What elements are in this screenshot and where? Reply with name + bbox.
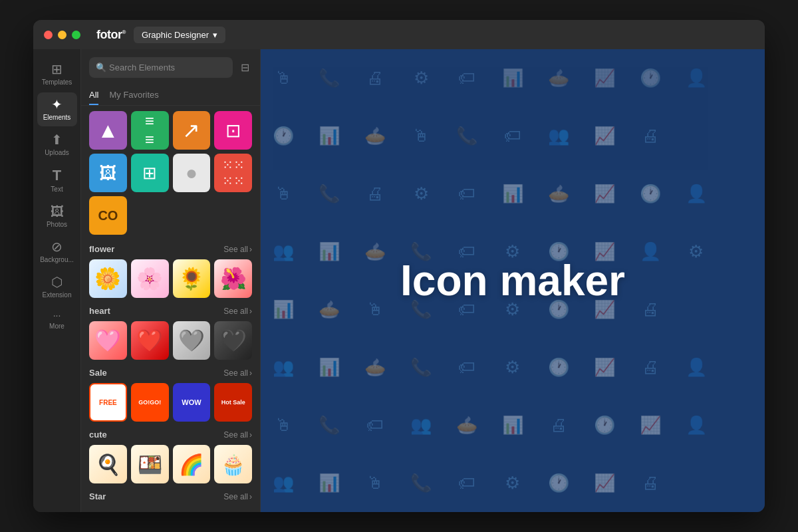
flower-see-all[interactable]: See all › (223, 245, 252, 254)
app-logo: fotor® (96, 28, 126, 42)
tile-lines[interactable]: ≡≡ (131, 111, 169, 150)
text-icon: T (53, 168, 61, 183)
canvas-area[interactable]: 🖱 📞 🖨 ⚙ 🏷 📊 🥧 📈 🕐 👤 🕐 📊 🥧 🖱 📞 🏷 👥 (261, 49, 765, 512)
bg-icon: 🏷 (444, 338, 490, 396)
bg-icon: 👤 (673, 396, 719, 454)
bg-icon: 🥧 (535, 49, 581, 107)
tile-co[interactable]: CO (89, 196, 127, 235)
minimize-button[interactable] (58, 31, 66, 39)
tab-favorites[interactable]: My Favorites (109, 86, 158, 105)
star-see-all[interactable]: See all › (223, 492, 252, 501)
tile-shapes[interactable]: ▲ (89, 111, 127, 150)
bg-icon: 🖱 (261, 165, 307, 223)
tab-all[interactable]: All (89, 86, 98, 105)
filter-button[interactable]: ⊟ (238, 59, 252, 76)
sidebar-item-label: More (49, 323, 65, 330)
bg-icon: 📊 (261, 281, 307, 338)
search-input[interactable] (89, 57, 233, 78)
tile-arrows[interactable]: ↗ (173, 111, 211, 150)
heart-item-3[interactable]: 🩶 (173, 321, 211, 360)
heart-item-1[interactable]: 🩷 (89, 321, 127, 360)
photo-icon: 🖼 (99, 163, 116, 184)
bg-icon: 📈 (627, 396, 673, 454)
bg-icon: ⚙ (398, 49, 444, 107)
flower-item-4[interactable]: 🌺 (214, 259, 252, 298)
sidebar-item-backgrounds[interactable]: ⊘ Backgrou... (37, 235, 77, 269)
chevron-right-icon: › (249, 368, 252, 378)
tile-charts[interactable]: ⊡ (214, 111, 252, 150)
bg-icon (719, 107, 765, 165)
heart-item-4[interactable]: 🖤 (214, 321, 252, 360)
bg-icon (719, 49, 765, 107)
sale-item-1[interactable]: FREE (89, 383, 127, 422)
shapes-icon: ▲ (98, 118, 119, 143)
bg-icon (719, 223, 765, 281)
bg-icon: 🥧 (352, 338, 398, 396)
heart-header: heart See all › (89, 306, 252, 316)
heart-see-all[interactable]: See all › (223, 307, 252, 316)
flower-item-2[interactable]: 🌸 (131, 259, 169, 298)
sidebar-item-uploads[interactable]: ⬆ Uploads (37, 128, 77, 162)
app-window: fotor® Graphic Designer ▾ ⊞ Templates ✦ … (33, 20, 765, 512)
sale-item-4[interactable]: Hot Sale (214, 383, 252, 422)
cute-title: cute (89, 430, 107, 440)
sidebar-item-extension[interactable]: ⬡ Extension (37, 270, 77, 304)
section-heart: heart See all › 🩷 ❤️ (81, 302, 260, 364)
cute-item-4[interactable]: 🧁 (214, 445, 252, 483)
bg-icon: 📊 (307, 454, 352, 512)
sale-item-2[interactable]: GO!GO! (131, 383, 169, 422)
sidebar-item-text[interactable]: T Text (37, 163, 77, 198)
cute-see-all[interactable]: See all › (223, 430, 252, 440)
category-tiles: ▲ ≡≡ ↗ ⊡ 🖼 ⊞ (81, 111, 260, 240)
sidebar-item-label: Photos (47, 221, 67, 228)
sidebar-item-photos[interactable]: 🖼 Photos (37, 200, 77, 233)
bg-icon (673, 454, 719, 512)
extension-icon: ⬡ (51, 275, 63, 289)
tile-photos[interactable]: 🖼 (89, 154, 127, 192)
bg-icon: 📊 (490, 49, 536, 107)
charts-icon: ⊡ (225, 120, 241, 142)
bg-icon: ⚙ (398, 165, 444, 223)
tile-layouts[interactable]: ⊞ (131, 154, 169, 192)
heart-item-2[interactable]: ❤️ (131, 321, 169, 360)
cute-item-1[interactable]: 🍳 (89, 445, 127, 483)
bg-icon: ⚙ (490, 338, 536, 396)
bg-icon: 🥧 (444, 396, 490, 454)
mode-dropdown[interactable]: Graphic Designer ▾ (134, 27, 225, 43)
bg-icon (673, 281, 719, 338)
sidebar-item-elements[interactable]: ✦ Elements (37, 92, 77, 126)
bg-icon: 🖨 (627, 338, 673, 396)
sale-item-3[interactable]: WOW (173, 383, 211, 422)
bg-icon: 🥧 (307, 281, 352, 338)
templates-icon: ⊞ (51, 63, 63, 76)
close-button[interactable] (44, 31, 53, 39)
sidebar-item-label: Templates (42, 78, 72, 86)
bg-icon (719, 454, 765, 512)
uploads-icon: ⬆ (51, 133, 63, 146)
bg-icon: 📊 (490, 396, 536, 454)
panel-scroll[interactable]: ▲ ≡≡ ↗ ⊡ 🖼 ⊞ (81, 111, 260, 512)
tile-circles[interactable]: ● (173, 154, 211, 192)
maximize-button[interactable] (72, 31, 80, 39)
main-layout: ⊞ Templates ✦ Elements ⬆ Uploads T Text … (33, 49, 765, 512)
sale-see-all[interactable]: See all › (223, 368, 252, 378)
circle-icon: ● (186, 162, 198, 184)
flower-item-1[interactable]: 🌼 (89, 259, 127, 298)
chevron-down-icon: ▾ (213, 30, 217, 40)
bg-icon: 🥧 (352, 223, 398, 281)
sidebar-item-label: Elements (43, 114, 71, 121)
bg-icon: 🕐 (261, 107, 307, 165)
flower-item-3[interactable]: 🌻 (173, 259, 211, 298)
bg-icon: 🖨 (627, 454, 673, 512)
tile-dots[interactable]: ⁙⁙⁙⁙ (214, 154, 252, 192)
cute-item-3[interactable]: 🌈 (173, 445, 211, 483)
bg-icon: 🕐 (627, 49, 673, 107)
star-header: Star See all › (89, 491, 252, 501)
lines-icon: ≡≡ (145, 112, 154, 149)
sidebar-item-more[interactable]: ··· More (37, 305, 77, 335)
bg-icon: 👥 (398, 396, 444, 454)
flower-title: flower (89, 244, 114, 254)
sidebar-item-templates[interactable]: ⊞ Templates (37, 57, 77, 91)
bg-icon: 📈 (581, 49, 627, 107)
cute-item-2[interactable]: 🍱 (131, 445, 169, 483)
